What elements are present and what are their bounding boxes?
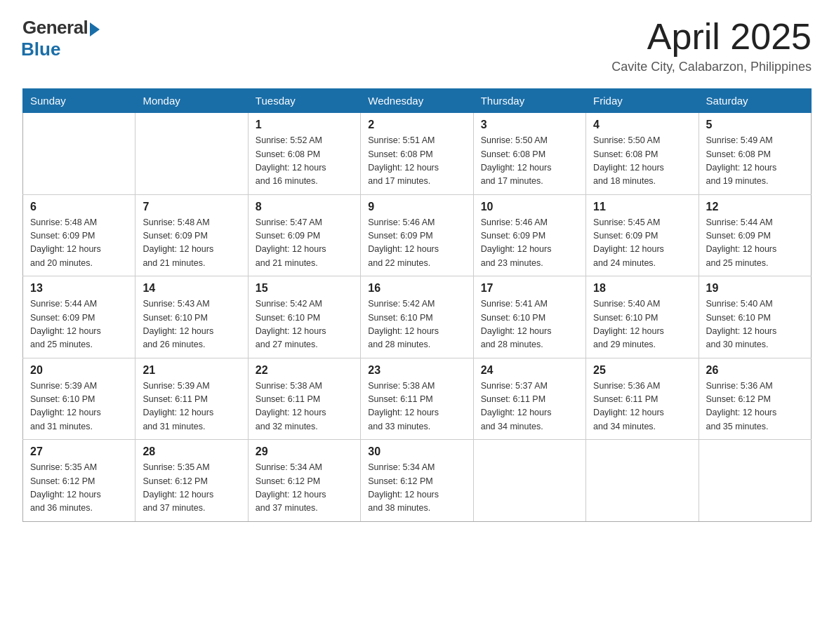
calendar-week-row: 1Sunrise: 5:52 AM Sunset: 6:08 PM Daylig… [23,113,812,195]
day-number: 8 [256,201,353,213]
calendar-cell [23,113,135,195]
day-info: Sunrise: 5:45 AM Sunset: 6:09 PM Dayligh… [593,216,691,271]
calendar-week-row: 13Sunrise: 5:44 AM Sunset: 6:09 PM Dayli… [23,276,812,358]
day-info: Sunrise: 5:40 AM Sunset: 6:10 PM Dayligh… [593,297,691,352]
day-number: 23 [368,364,465,377]
day-number: 27 [30,445,128,458]
calendar-cell [473,440,585,522]
calendar-cell: 12Sunrise: 5:44 AM Sunset: 6:09 PM Dayli… [699,194,811,276]
calendar-cell: 29Sunrise: 5:34 AM Sunset: 6:12 PM Dayli… [248,440,360,522]
page-header: General Blue April 2025 Cavite City, Cal… [22,17,812,74]
day-info: Sunrise: 5:36 AM Sunset: 6:11 PM Dayligh… [593,380,691,434]
day-number: 14 [143,282,240,295]
calendar-cell: 27Sunrise: 5:35 AM Sunset: 6:12 PM Dayli… [23,440,135,522]
day-info: Sunrise: 5:36 AM Sunset: 6:12 PM Dayligh… [706,380,804,434]
calendar-cell: 25Sunrise: 5:36 AM Sunset: 6:11 PM Dayli… [586,358,699,440]
calendar-cell: 2Sunrise: 5:51 AM Sunset: 6:08 PM Daylig… [361,113,473,195]
day-number: 25 [593,364,691,377]
calendar-cell: 4Sunrise: 5:50 AM Sunset: 6:08 PM Daylig… [586,113,699,195]
day-info: Sunrise: 5:50 AM Sunset: 6:08 PM Dayligh… [593,134,691,189]
day-info: Sunrise: 5:39 AM Sunset: 6:11 PM Dayligh… [143,380,240,434]
calendar-header-wednesday: Wednesday [361,89,473,113]
day-number: 13 [30,282,128,295]
calendar-cell: 9Sunrise: 5:46 AM Sunset: 6:09 PM Daylig… [361,194,473,276]
calendar-cell: 16Sunrise: 5:42 AM Sunset: 6:10 PM Dayli… [361,276,473,358]
calendar-header-sunday: Sunday [23,89,135,113]
day-number: 15 [256,282,353,295]
calendar-header-row: SundayMondayTuesdayWednesdayThursdayFrid… [23,89,812,113]
day-info: Sunrise: 5:35 AM Sunset: 6:12 PM Dayligh… [143,461,240,516]
month-year-title: April 2025 [611,17,812,57]
day-info: Sunrise: 5:46 AM Sunset: 6:09 PM Dayligh… [481,216,578,271]
day-number: 18 [593,282,691,295]
calendar-cell: 21Sunrise: 5:39 AM Sunset: 6:11 PM Dayli… [135,358,248,440]
calendar-header-tuesday: Tuesday [248,89,360,113]
calendar-cell: 11Sunrise: 5:45 AM Sunset: 6:09 PM Dayli… [586,194,699,276]
calendar-table: SundayMondayTuesdayWednesdayThursdayFrid… [22,88,812,522]
day-number: 1 [256,119,353,131]
calendar-cell [699,440,811,522]
day-info: Sunrise: 5:34 AM Sunset: 6:12 PM Dayligh… [368,461,465,516]
day-info: Sunrise: 5:42 AM Sunset: 6:10 PM Dayligh… [256,297,353,352]
day-info: Sunrise: 5:49 AM Sunset: 6:08 PM Dayligh… [706,134,804,189]
day-info: Sunrise: 5:42 AM Sunset: 6:10 PM Dayligh… [368,297,465,352]
calendar-cell: 14Sunrise: 5:43 AM Sunset: 6:10 PM Dayli… [135,276,248,358]
calendar-cell: 3Sunrise: 5:50 AM Sunset: 6:08 PM Daylig… [473,113,585,195]
calendar-cell: 30Sunrise: 5:34 AM Sunset: 6:12 PM Dayli… [361,440,473,522]
calendar-header-saturday: Saturday [699,89,811,113]
day-number: 9 [368,201,465,213]
calendar-cell: 26Sunrise: 5:36 AM Sunset: 6:12 PM Dayli… [699,358,811,440]
calendar-cell [135,113,248,195]
logo: General Blue [22,17,100,60]
location-subtitle: Cavite City, Calabarzon, Philippines [611,60,812,74]
day-info: Sunrise: 5:44 AM Sunset: 6:09 PM Dayligh… [30,297,128,352]
calendar-cell: 10Sunrise: 5:46 AM Sunset: 6:09 PM Dayli… [473,194,585,276]
logo-arrow-icon [90,22,100,36]
day-info: Sunrise: 5:46 AM Sunset: 6:09 PM Dayligh… [368,216,465,271]
day-number: 24 [481,364,578,377]
day-info: Sunrise: 5:48 AM Sunset: 6:09 PM Dayligh… [30,216,128,271]
logo-blue-text: Blue [21,39,60,60]
day-info: Sunrise: 5:48 AM Sunset: 6:09 PM Dayligh… [143,216,240,271]
day-info: Sunrise: 5:50 AM Sunset: 6:08 PM Dayligh… [481,134,578,189]
day-number: 7 [143,201,240,213]
calendar-cell [586,440,699,522]
day-number: 6 [30,201,128,213]
day-number: 30 [368,445,465,458]
calendar-cell: 17Sunrise: 5:41 AM Sunset: 6:10 PM Dayli… [473,276,585,358]
day-info: Sunrise: 5:40 AM Sunset: 6:10 PM Dayligh… [706,297,804,352]
day-info: Sunrise: 5:51 AM Sunset: 6:08 PM Dayligh… [368,134,465,189]
day-info: Sunrise: 5:34 AM Sunset: 6:12 PM Dayligh… [256,461,353,516]
calendar-cell: 20Sunrise: 5:39 AM Sunset: 6:10 PM Dayli… [23,358,135,440]
calendar-cell: 19Sunrise: 5:40 AM Sunset: 6:10 PM Dayli… [699,276,811,358]
day-info: Sunrise: 5:52 AM Sunset: 6:08 PM Dayligh… [256,134,353,189]
day-number: 28 [143,445,240,458]
day-number: 21 [143,364,240,377]
logo-general-text: General [22,17,88,39]
day-number: 11 [593,201,691,213]
day-number: 20 [30,364,128,377]
calendar-cell: 23Sunrise: 5:38 AM Sunset: 6:11 PM Dayli… [361,358,473,440]
day-number: 3 [481,119,578,131]
day-info: Sunrise: 5:39 AM Sunset: 6:10 PM Dayligh… [30,380,128,434]
day-number: 16 [368,282,465,295]
day-info: Sunrise: 5:38 AM Sunset: 6:11 PM Dayligh… [368,380,465,434]
day-number: 22 [256,364,353,377]
day-info: Sunrise: 5:35 AM Sunset: 6:12 PM Dayligh… [30,461,128,516]
calendar-cell: 13Sunrise: 5:44 AM Sunset: 6:09 PM Dayli… [23,276,135,358]
day-number: 5 [706,119,804,131]
calendar-cell: 8Sunrise: 5:47 AM Sunset: 6:09 PM Daylig… [248,194,360,276]
calendar-header-thursday: Thursday [473,89,585,113]
day-number: 29 [256,445,353,458]
day-number: 10 [481,201,578,213]
calendar-cell: 6Sunrise: 5:48 AM Sunset: 6:09 PM Daylig… [23,194,135,276]
day-info: Sunrise: 5:37 AM Sunset: 6:11 PM Dayligh… [481,380,578,434]
day-number: 17 [481,282,578,295]
day-info: Sunrise: 5:43 AM Sunset: 6:10 PM Dayligh… [143,297,240,352]
calendar-week-row: 20Sunrise: 5:39 AM Sunset: 6:10 PM Dayli… [23,358,812,440]
calendar-cell: 5Sunrise: 5:49 AM Sunset: 6:08 PM Daylig… [699,113,811,195]
day-number: 4 [593,119,691,131]
calendar-cell: 24Sunrise: 5:37 AM Sunset: 6:11 PM Dayli… [473,358,585,440]
day-number: 2 [368,119,465,131]
day-info: Sunrise: 5:41 AM Sunset: 6:10 PM Dayligh… [481,297,578,352]
